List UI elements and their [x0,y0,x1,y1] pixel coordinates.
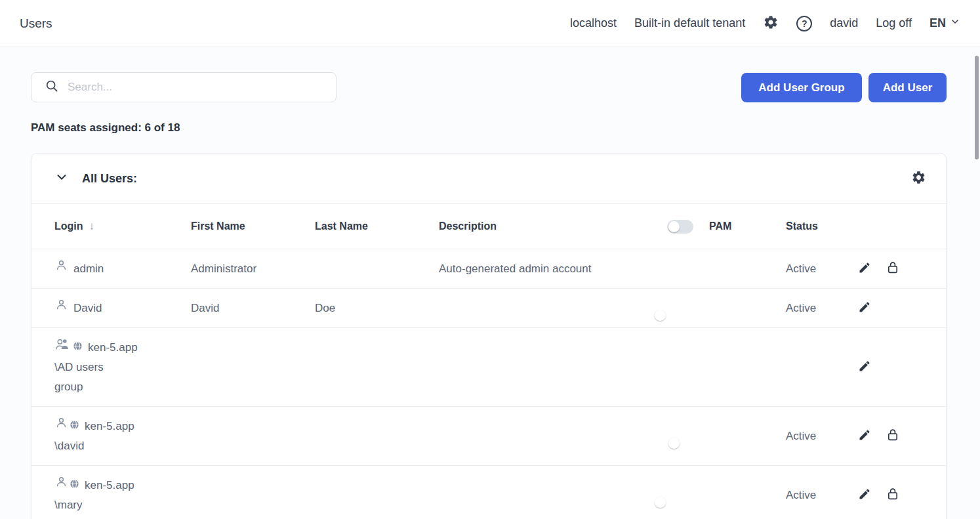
column-header-description[interactable]: Description [439,220,667,232]
column-header-last-name[interactable]: Last Name [315,220,439,232]
user-group-icon [54,337,71,358]
actions-cell [851,488,899,503]
page-title: Users [20,16,52,31]
status-cell: Active [786,262,851,276]
last-name-cell: Doe [315,302,439,315]
add-user-group-button[interactable]: Add User Group [741,73,862,102]
section-title: All Users: [82,172,137,186]
tenant-selector[interactable]: Built-in default tenant [634,16,745,30]
column-header-first-name[interactable]: First Name [191,220,315,232]
edit-button[interactable] [858,488,871,503]
users-page: Users localhost Built-in default tenant … [0,0,980,519]
login-text: admin [73,259,104,279]
status-cell: Active [786,489,851,502]
language-label: EN [929,16,946,30]
description-cell: Auto-generated admin account [439,262,667,276]
pam-filter-toggle[interactable] [667,220,693,234]
lock-icon [886,488,899,503]
column-header-status[interactable]: Status [786,220,851,232]
add-user-button[interactable]: Add User [868,73,947,102]
logoff-link[interactable]: Log off [876,16,912,30]
column-header-pam: PAM [709,220,731,232]
domain-globe-icon [70,417,79,436]
pencil-icon [858,360,871,375]
pam-seats-counter: PAM seats assigned: 6 of 18 [31,121,180,135]
table-row[interactable]: ken-5.app \david Active [31,407,946,466]
actions-cell [851,261,899,276]
lock-icon [886,261,899,276]
actions-cell [851,360,871,375]
help-button[interactable]: ? [796,16,812,31]
status-cell: Active [786,430,851,443]
current-user-label[interactable]: david [830,16,858,30]
language-selector[interactable]: EN [929,16,960,30]
gear-icon [911,170,926,187]
edit-button[interactable] [858,360,871,375]
edit-button[interactable] [858,261,871,276]
topbar-right-group: localhost Built-in default tenant ? davi… [570,14,960,32]
lock-button[interactable] [886,428,899,444]
gear-icon [763,14,779,32]
login-text: ken-5.app [85,417,134,436]
user-icon [54,298,68,318]
login-cell: ken-5.app \mary [54,466,191,519]
actions-cell [851,301,871,316]
search-box [31,72,337,102]
pencil-icon [858,261,871,276]
search-icon [45,79,59,96]
vertical-scrollbar[interactable] [975,56,979,159]
help-icon: ? [796,16,812,31]
login-text: ken-5.app [85,476,134,495]
pencil-icon [858,428,871,444]
pencil-icon [858,488,871,503]
sort-desc-icon: ↓ [89,220,95,233]
search-input[interactable] [68,81,327,94]
login-text: ken-5.app [88,338,138,358]
lock-button[interactable] [886,488,899,503]
settings-button[interactable] [763,14,779,32]
all-users-section-header[interactable]: All Users: [31,154,946,204]
domain-globe-icon [73,338,83,358]
top-navigation-bar: Users localhost Built-in default tenant … [0,0,980,47]
table-header-row: Login ↓ First Name Last Name Description… [31,204,946,249]
edit-button[interactable] [858,428,871,444]
first-name-cell: Administrator [191,262,315,276]
table-settings-button[interactable] [911,170,926,187]
lock-button[interactable] [886,261,899,276]
collapse-chevron-icon[interactable] [54,170,69,187]
login-text: David [73,299,102,318]
login-cell: admin [54,249,191,288]
host-label: localhost [570,16,617,30]
first-name-cell: David [191,302,315,315]
chevron-down-icon [950,16,960,30]
column-header-login[interactable]: Login ↓ [54,220,191,233]
actions-cell [851,428,899,444]
edit-button[interactable] [858,301,871,316]
all-users-card: All Users: Login ↓ First Name Last Name … [31,153,947,519]
login-cell: David [54,289,191,327]
table-row[interactable]: ken-5.app \AD users group [31,328,946,407]
domain-globe-icon [70,476,79,495]
table-row[interactable]: admin Administrator Auto-generated admin… [31,249,946,289]
user-icon [54,475,68,495]
pencil-icon [858,301,871,316]
login-cell: ken-5.app \AD users group [54,328,191,406]
login-cell: ken-5.app \david [54,407,191,465]
table-row[interactable]: David David Doe Active [31,289,946,328]
user-icon [54,416,68,436]
lock-icon [886,428,899,444]
user-icon [54,259,68,279]
status-cell: Active [786,302,851,315]
table-row[interactable]: ken-5.app \mary Active [31,466,946,519]
